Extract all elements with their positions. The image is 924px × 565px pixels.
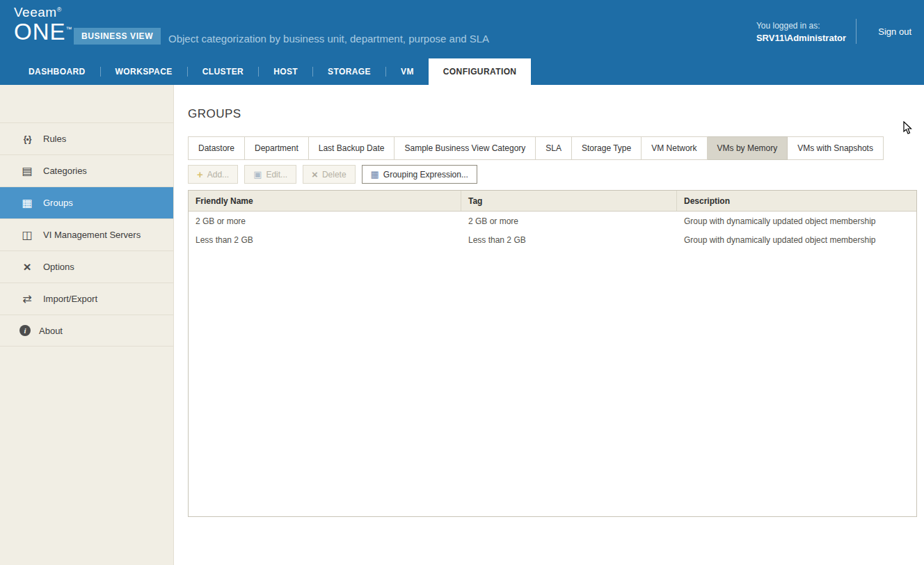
column-header-description: Description <box>677 191 916 211</box>
column-header-friendly-name: Friendly Name <box>189 191 461 211</box>
top-header: Veeam® ONE™ BUSINESS VIEW Object categor… <box>0 0 924 85</box>
nav-dashboard[interactable]: DASHBOARD <box>14 58 100 85</box>
logo-veeam-text: Veeam <box>14 5 57 19</box>
tab-vm-network[interactable]: VM Network <box>642 136 707 160</box>
tab-vms-with-snapshots[interactable]: VMs with Snapshots <box>788 136 884 160</box>
logo-one-text: ONE <box>14 19 66 45</box>
sidebar-item-options[interactable]: Options <box>0 250 173 282</box>
options-icon <box>19 260 35 275</box>
tab-datastore[interactable]: Datastore <box>188 136 245 160</box>
sidebar-item-about[interactable]: About <box>0 315 173 347</box>
tab-sample-business-view-category[interactable]: Sample Business View Category <box>395 136 536 160</box>
cell-friendly-name: 2 GB or more <box>189 212 461 230</box>
sign-out-button[interactable]: Sign out <box>878 26 911 37</box>
edit-icon <box>253 169 262 180</box>
add-button-label: Add... <box>207 170 229 180</box>
logged-in-user: SRV11\Administrator <box>756 33 846 43</box>
cell-tag: Less than 2 GB <box>461 230 677 249</box>
main-nav: DASHBOARD WORKSPACE CLUSTER HOST STORAGE… <box>0 58 924 85</box>
sidebar-item-groups[interactable]: Groups <box>0 186 173 218</box>
sidebar-item-label: Import/Export <box>43 294 97 304</box>
rules-icon <box>19 134 35 144</box>
tab-department[interactable]: Department <box>245 136 309 160</box>
body-row: Rules Categories Groups VI Management Se… <box>0 85 924 565</box>
tab-last-backup-date[interactable]: Last Backup Date <box>309 136 395 160</box>
category-tabs: Datastore Department Last Backup Date Sa… <box>188 136 917 160</box>
grouping-expression-icon <box>371 169 379 180</box>
registered-mark: ® <box>57 6 62 13</box>
delete-icon <box>312 168 318 180</box>
import-export-icon <box>19 292 35 305</box>
nav-configuration[interactable]: CONFIGURATION <box>429 58 532 85</box>
sidebar: Rules Categories Groups VI Management Se… <box>0 85 174 565</box>
servers-icon <box>19 228 35 241</box>
grouping-expression-label: Grouping Expression... <box>383 170 468 180</box>
sidebar-item-label: Categories <box>43 166 87 176</box>
table-row[interactable]: Less than 2 GB Less than 2 GB Group with… <box>189 230 916 249</box>
sidebar-item-label: VI Management Servers <box>43 230 141 240</box>
header-subtitle: Object categorization by business unit, … <box>168 33 489 45</box>
cell-tag: 2 GB or more <box>461 212 677 230</box>
categories-icon <box>19 164 35 177</box>
business-view-badge: BUSINESS VIEW <box>74 28 161 45</box>
grouping-expression-button[interactable]: Grouping Expression... <box>362 165 477 184</box>
page-title: GROUPS <box>188 107 917 121</box>
tab-vms-by-memory[interactable]: VMs by Memory <box>708 136 788 160</box>
column-header-tag: Tag <box>461 191 677 211</box>
veeam-one-logo: Veeam® ONE™ <box>14 6 73 43</box>
delete-button[interactable]: Delete <box>303 165 355 184</box>
sidebar-item-label: Rules <box>43 134 66 144</box>
nav-vm[interactable]: VM <box>386 58 429 85</box>
tab-storage-type[interactable]: Storage Type <box>572 136 642 160</box>
main-content: GROUPS Datastore Department Last Backup … <box>174 85 924 565</box>
about-icon <box>19 325 31 336</box>
toolbar: Add... Edit... Delete Grouping Expressio… <box>188 165 917 184</box>
cell-description: Group with dynamically updated object me… <box>677 212 916 230</box>
sidebar-item-import-export[interactable]: Import/Export <box>0 282 173 315</box>
edit-button-label: Edit... <box>266 170 287 180</box>
sidebar-item-categories[interactable]: Categories <box>0 154 173 186</box>
add-icon <box>197 168 203 180</box>
nav-workspace[interactable]: WORKSPACE <box>101 58 187 85</box>
add-button[interactable]: Add... <box>188 165 238 184</box>
groups-icon <box>19 196 35 209</box>
sidebar-item-label: Options <box>43 262 74 272</box>
sidebar-item-label: Groups <box>43 198 73 208</box>
header-divider <box>856 19 857 44</box>
cell-description: Group with dynamically updated object me… <box>677 230 916 249</box>
sidebar-item-label: About <box>39 326 63 336</box>
delete-button-label: Delete <box>322 170 346 180</box>
logged-in-label: You logged in as: <box>756 21 846 31</box>
sidebar-item-vi-management-servers[interactable]: VI Management Servers <box>0 218 173 250</box>
groups-table: Friendly Name Tag Description 2 GB or mo… <box>188 190 917 517</box>
sidebar-item-rules[interactable]: Rules <box>0 122 173 154</box>
logged-in-info: You logged in as: SRV11\Administrator <box>756 21 846 43</box>
nav-host[interactable]: HOST <box>259 58 312 85</box>
trademark-mark: ™ <box>66 26 73 33</box>
app-window: Veeam® ONE™ BUSINESS VIEW Object categor… <box>0 0 924 565</box>
cell-friendly-name: Less than 2 GB <box>189 230 461 249</box>
table-row[interactable]: 2 GB or more 2 GB or more Group with dyn… <box>189 212 916 230</box>
edit-button[interactable]: Edit... <box>244 165 296 184</box>
nav-storage[interactable]: STORAGE <box>313 58 385 85</box>
nav-cluster[interactable]: CLUSTER <box>188 58 258 85</box>
tab-sla[interactable]: SLA <box>536 136 572 160</box>
table-header-row: Friendly Name Tag Description <box>189 191 916 212</box>
